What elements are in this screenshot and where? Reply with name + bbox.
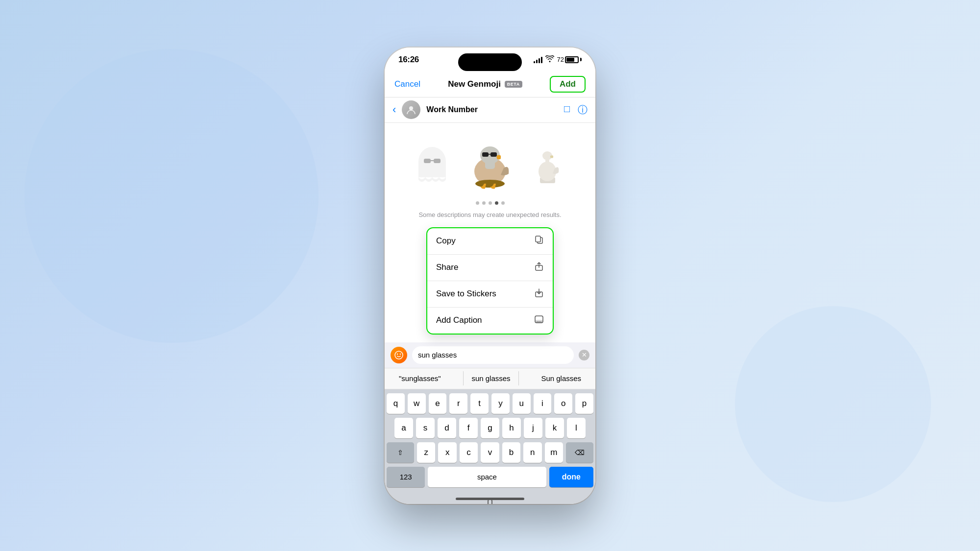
menu-item-save-stickers[interactable]: Save to Stickers: [427, 281, 553, 308]
carousel-item-center[interactable]: [461, 135, 519, 193]
autocomplete-item-1[interactable]: "sunglasses": [393, 371, 447, 385]
description-text: Some descriptions may create unexpected …: [418, 211, 561, 219]
avatar: [402, 100, 420, 119]
dot-2[interactable]: [482, 201, 486, 205]
key-y[interactable]: y: [491, 393, 510, 414]
dynamic-island: [458, 53, 522, 71]
beta-badge: BETA: [505, 81, 522, 88]
numbers-key[interactable]: 123: [387, 467, 425, 487]
carousel-item-left[interactable]: [414, 143, 451, 185]
key-j[interactable]: j: [524, 418, 542, 438]
shift-key[interactable]: ⇧: [387, 442, 414, 463]
autocomplete-item-2[interactable]: sun glasses: [463, 371, 518, 385]
key-m[interactable]: m: [545, 442, 563, 463]
page-dots: [476, 201, 505, 205]
dot-4[interactable]: [495, 201, 498, 205]
svg-rect-2: [418, 162, 446, 177]
status-time: 16:26: [398, 55, 419, 65]
battery-level: 72: [557, 56, 564, 63]
copy-label: Copy: [436, 236, 456, 246]
autocomplete-item-3[interactable]: Sun glasses: [535, 371, 587, 385]
bg-decoration-1: [24, 49, 318, 343]
status-bar: 16:26 72: [385, 48, 595, 72]
svg-rect-11: [490, 152, 497, 157]
wifi-icon: [545, 55, 554, 64]
share-icon: [534, 262, 544, 274]
key-b[interactable]: b: [502, 442, 520, 463]
backspace-key[interactable]: ⌫: [566, 442, 593, 463]
menu-item-share[interactable]: Share: [427, 255, 553, 281]
dot-1[interactable]: [476, 201, 479, 205]
info-icon[interactable]: ⓘ: [578, 103, 588, 117]
cancel-button[interactable]: Cancel: [394, 79, 420, 89]
key-f[interactable]: f: [459, 418, 478, 438]
key-t[interactable]: t: [470, 393, 489, 414]
key-e[interactable]: e: [429, 393, 447, 414]
key-i[interactable]: i: [534, 393, 552, 414]
input-value: sun glasses: [418, 351, 457, 359]
svg-rect-4: [434, 159, 441, 163]
key-n[interactable]: n: [523, 442, 541, 463]
keyboard-row-1: q w e r t y u i o p: [387, 393, 593, 414]
nav-title-area: New Genmoji BETA: [448, 79, 522, 89]
done-key[interactable]: done: [549, 467, 593, 487]
keyboard-row-3: ⇧ z x c v b n m ⌫: [387, 442, 593, 463]
share-label: Share: [436, 263, 458, 272]
key-l[interactable]: l: [567, 418, 586, 438]
content-area: Some descriptions may create unexpected …: [385, 123, 595, 342]
key-c[interactable]: c: [460, 442, 478, 463]
dot-5[interactable]: [501, 201, 505, 205]
input-area: sun glasses ✕: [385, 342, 595, 368]
signal-icon: [534, 56, 542, 63]
key-o[interactable]: o: [554, 393, 572, 414]
add-button[interactable]: Add: [550, 76, 586, 93]
contact-name: Work Number: [426, 105, 558, 114]
menu-item-copy[interactable]: Copy: [427, 228, 553, 255]
dot-3[interactable]: [489, 201, 492, 205]
key-g[interactable]: g: [481, 418, 499, 438]
svg-rect-15: [545, 159, 549, 169]
back-arrow-icon[interactable]: ‹: [392, 103, 396, 116]
key-v[interactable]: v: [481, 442, 499, 463]
battery-icon: 72: [557, 56, 582, 63]
key-a[interactable]: a: [394, 418, 413, 438]
contact-actions: □ ⓘ: [564, 103, 588, 117]
search-input[interactable]: sun glasses: [412, 346, 574, 364]
svg-rect-22: [535, 320, 543, 323]
home-indicator: [456, 498, 524, 500]
key-s[interactable]: s: [416, 418, 435, 438]
key-w[interactable]: w: [408, 393, 426, 414]
key-x[interactable]: x: [438, 442, 456, 463]
svg-point-25: [400, 353, 401, 354]
nav-title: New Genmoji: [448, 79, 501, 89]
svg-point-24: [397, 353, 398, 354]
navigation-bar: Cancel New Genmoji BETA Add: [385, 72, 595, 97]
space-key[interactable]: space: [428, 467, 546, 487]
status-icons: 72: [534, 55, 582, 64]
key-z[interactable]: z: [417, 442, 435, 463]
clear-button[interactable]: ✕: [579, 350, 589, 360]
key-r[interactable]: r: [449, 393, 467, 414]
autocomplete-bar: "sunglasses" sun glasses Sun glasses: [385, 368, 595, 389]
emoji-button[interactable]: [391, 347, 407, 363]
keyboard-row-4: 123 space done: [387, 467, 593, 487]
emoji-carousel: [394, 135, 586, 193]
key-k[interactable]: k: [545, 418, 564, 438]
caption-icon: [534, 314, 544, 327]
svg-rect-10: [482, 152, 489, 157]
copy-icon: [534, 235, 544, 247]
menu-item-add-caption[interactable]: Add Caption: [427, 308, 553, 334]
svg-point-23: [395, 351, 403, 359]
contact-bar: ‹ Work Number □ ⓘ: [385, 97, 595, 123]
carousel-item-right[interactable]: [529, 143, 566, 185]
video-call-icon[interactable]: □: [564, 103, 570, 117]
svg-rect-3: [424, 159, 431, 163]
key-q[interactable]: q: [387, 393, 405, 414]
save-stickers-label: Save to Stickers: [436, 289, 496, 299]
key-p[interactable]: p: [575, 393, 593, 414]
context-menu: Copy Share Save to Stick: [426, 227, 554, 335]
key-h[interactable]: h: [502, 418, 521, 438]
key-d[interactable]: d: [438, 418, 456, 438]
key-u[interactable]: u: [513, 393, 531, 414]
phone-frame: 16:26 72: [385, 48, 595, 504]
